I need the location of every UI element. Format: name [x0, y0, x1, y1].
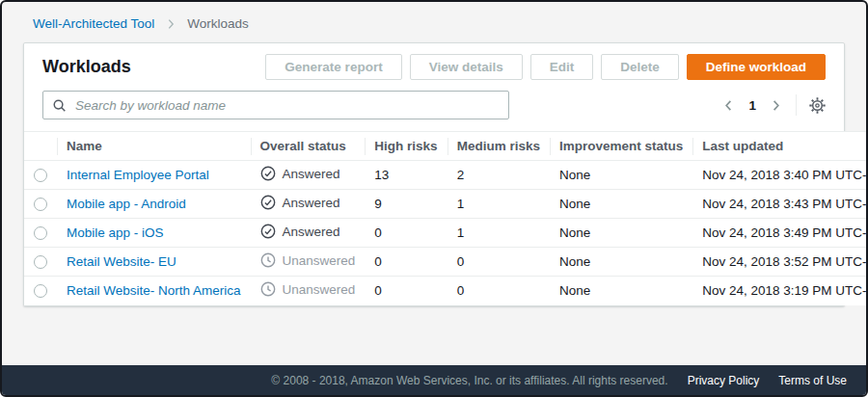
column-header-last-updated: Last updated [692, 132, 868, 161]
unanswered-clock-icon [260, 281, 276, 297]
search-icon [52, 98, 67, 113]
column-header-overall-status: Overall status [251, 132, 366, 161]
generate-report-button[interactable]: Generate report [265, 54, 401, 80]
action-buttons: Generate report View details Edit Delete… [258, 54, 826, 80]
search-input[interactable] [73, 97, 500, 114]
page-title: Workloads [42, 57, 131, 77]
improvement-status-value: None [550, 190, 692, 219]
answered-check-icon [260, 166, 276, 181]
row-select-radio[interactable] [34, 169, 47, 182]
pagination-divider [796, 94, 797, 116]
medium-risks-value: 0 [448, 277, 550, 305]
workloads-panel: Workloads Generate report View details E… [23, 42, 845, 306]
overall-status-label: Unanswered [283, 253, 356, 268]
breadcrumb-separator-icon [164, 17, 177, 31]
overall-status: Answered [260, 195, 340, 210]
overall-status-label: Answered [283, 196, 340, 210]
table-row[interactable]: Retail Website- North America Unanswered… [24, 277, 868, 305]
table-row[interactable]: Internal Employee Portal Answered 13 2 N… [24, 161, 868, 190]
last-updated-value: Nov 24, 2018 3:49 PM UTC-8 [692, 219, 868, 248]
settings-gear-icon[interactable] [809, 97, 826, 114]
answered-check-icon [260, 195, 276, 210]
app-window: Well-Architected Tool Workloads Workload… [0, 0, 868, 397]
view-details-button[interactable]: View details [410, 54, 523, 80]
edit-button[interactable]: Edit [530, 54, 594, 80]
breadcrumb-link-well-architected-tool[interactable]: Well-Architected Tool [33, 16, 154, 31]
medium-risks-value: 2 [448, 161, 550, 190]
table-row[interactable]: Mobile app - Android Answered 9 1 None N… [24, 190, 868, 219]
copyright-text: © 2008 - 2018, Amazon Web Services, Inc.… [271, 374, 667, 387]
last-updated-value: Nov 24, 2018 3:19 PM UTC-8 [692, 277, 868, 305]
select-column-header [24, 132, 57, 161]
privacy-policy-link[interactable]: Privacy Policy [688, 374, 760, 387]
improvement-status-value: None [550, 248, 692, 277]
search-box[interactable] [42, 91, 509, 119]
last-updated-value: Nov 24, 2018 3:52 PM UTC-8 [692, 248, 868, 277]
workload-name-link[interactable]: Retail Website- EU [67, 254, 176, 269]
column-header-high-risks: High risks [365, 132, 447, 161]
improvement-status-value: None [550, 277, 692, 305]
workload-name-link[interactable]: Internal Employee Portal [67, 168, 209, 182]
high-risks-value: 13 [365, 161, 447, 190]
overall-status-label: Answered [283, 225, 340, 239]
improvement-status-value: None [550, 161, 692, 190]
delete-button[interactable]: Delete [601, 54, 679, 80]
row-select-radio[interactable] [34, 284, 47, 298]
column-header-name: Name [57, 132, 251, 161]
workload-name-link[interactable]: Mobile app - iOS [67, 225, 164, 240]
pagination-next-button[interactable] [769, 98, 783, 113]
last-updated-value: Nov 24, 2018 3:43 PM UTC-8 [692, 190, 868, 219]
high-risks-value: 9 [365, 190, 447, 219]
content-spacer [2, 306, 866, 366]
answered-check-icon [260, 224, 276, 239]
breadcrumb-current: Workloads [187, 16, 249, 31]
high-risks-value: 0 [365, 277, 447, 305]
unanswered-clock-icon [260, 252, 276, 268]
table-row[interactable]: Retail Website- EU Unanswered 0 0 None N… [24, 248, 868, 277]
high-risks-value: 0 [365, 248, 447, 277]
overall-status-label: Answered [283, 167, 340, 181]
last-updated-value: Nov 24, 2018 3:40 PM UTC-8 [692, 161, 868, 190]
column-header-improvement-status: Improvement status [550, 132, 692, 161]
overall-status: Unanswered [260, 281, 356, 297]
pagination: 1 [721, 94, 826, 116]
medium-risks-value: 1 [448, 190, 550, 219]
medium-risks-value: 1 [448, 219, 550, 248]
workload-name-link[interactable]: Retail Website- North America [67, 283, 241, 298]
panel-header: Workloads Generate report View details E… [24, 43, 844, 86]
workloads-table: Name Overall status High risks Medium ri… [24, 131, 868, 305]
footer: © 2008 - 2018, Amazon Web Services, Inc.… [2, 365, 866, 395]
breadcrumb: Well-Architected Tool Workloads [2, 2, 866, 31]
table-header-row: Name Overall status High risks Medium ri… [24, 132, 868, 161]
table-toolbar: 1 [24, 86, 844, 131]
table-row[interactable]: Mobile app - iOS Answered 0 1 None Nov 2… [24, 219, 868, 248]
medium-risks-value: 0 [448, 248, 550, 277]
improvement-status-value: None [550, 219, 692, 248]
pagination-page-number[interactable]: 1 [748, 98, 756, 113]
overall-status-label: Unanswered [283, 282, 356, 297]
row-select-radio[interactable] [34, 226, 47, 240]
pagination-prev-button[interactable] [721, 98, 736, 113]
row-select-radio[interactable] [34, 198, 47, 211]
overall-status: Answered [260, 224, 340, 239]
terms-of-use-link[interactable]: Terms of Use [778, 374, 847, 387]
high-risks-value: 0 [365, 219, 447, 248]
workloads-table-body: Internal Employee Portal Answered 13 2 N… [24, 161, 868, 305]
overall-status: Answered [260, 166, 340, 181]
overall-status: Unanswered [260, 252, 356, 268]
workload-name-link[interactable]: Mobile app - Android [67, 197, 186, 211]
column-header-medium-risks: Medium risks [448, 132, 550, 161]
row-select-radio[interactable] [34, 255, 47, 269]
define-workload-button[interactable]: Define workload [687, 54, 826, 80]
